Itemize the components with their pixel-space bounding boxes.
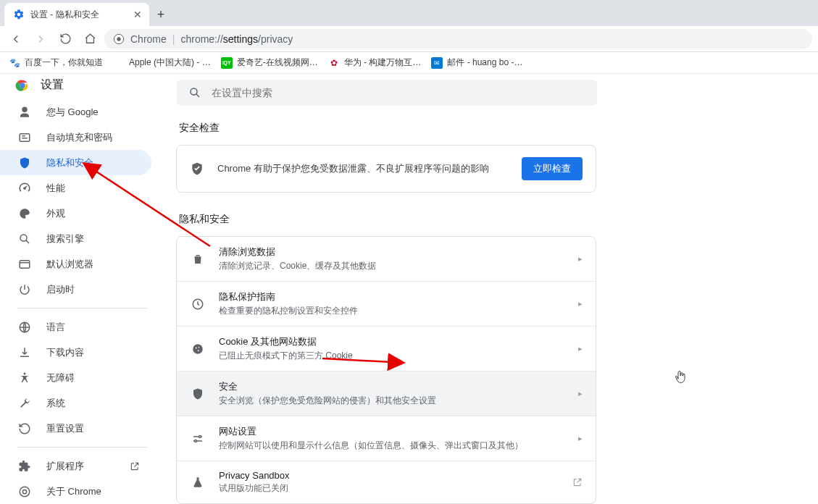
address-bar[interactable]: Chrome | chrome://settings/privacy bbox=[104, 29, 812, 49]
sidebar-item-search[interactable]: 搜索引擎 bbox=[0, 226, 151, 251]
section-title-safety: 安全检查 bbox=[179, 122, 596, 135]
browser-tab[interactable]: 设置 - 隐私和安全 ✕ bbox=[4, 3, 149, 26]
svg-point-17 bbox=[199, 347, 200, 348]
reload-button[interactable] bbox=[55, 29, 75, 49]
chrome-small-icon bbox=[17, 484, 32, 499]
apple-icon bbox=[113, 57, 125, 69]
sliders-icon bbox=[190, 431, 206, 447]
svg-point-1 bbox=[117, 37, 120, 41]
svg-point-18 bbox=[198, 350, 199, 351]
chevron-right-icon: ▸ bbox=[578, 344, 583, 353]
bookmark-item[interactable]: Apple (中国大陆) - … bbox=[113, 56, 211, 69]
settings-search[interactable] bbox=[177, 80, 597, 106]
download-icon bbox=[17, 345, 32, 360]
globe-icon bbox=[17, 320, 32, 335]
wrench-icon bbox=[17, 396, 32, 411]
tab-strip: 设置 - 隐私和安全 ✕ + bbox=[0, 0, 818, 26]
sidebar-item-system[interactable]: 系统 bbox=[0, 390, 151, 416]
external-link-icon bbox=[572, 477, 583, 487]
tab-title: 设置 - 隐私和安全 bbox=[30, 9, 99, 21]
svg-point-10 bbox=[24, 372, 26, 374]
bookmark-item[interactable]: ✉ 邮件 - huang bo -… bbox=[431, 56, 522, 69]
forward-button[interactable] bbox=[30, 29, 51, 49]
svg-point-20 bbox=[195, 440, 197, 442]
sidebar-item-label: 扩展程序 bbox=[46, 460, 84, 473]
svg-point-7 bbox=[20, 235, 27, 241]
close-icon[interactable]: ✕ bbox=[133, 9, 142, 20]
sidebar-item-autofill[interactable]: 自动填充和密码 bbox=[0, 125, 151, 150]
svg-point-13 bbox=[191, 88, 197, 95]
autofill-icon bbox=[17, 130, 32, 145]
baidu-icon: 🐾 bbox=[9, 57, 20, 69]
search-input[interactable] bbox=[212, 87, 585, 98]
check-now-button[interactable]: 立即检查 bbox=[522, 157, 583, 180]
row-privacy-guide[interactable]: 隐私保护指南 检查重要的隐私控制设置和安全控件 ▸ bbox=[177, 281, 596, 326]
settings-sidebar: 设置 您与 Google 自动填充和密码 隐私和安全 性能 外观 bbox=[0, 74, 176, 504]
sidebar-item-language[interactable]: 语言 bbox=[0, 314, 151, 340]
sidebar-item-performance[interactable]: 性能 bbox=[0, 175, 151, 201]
search-icon bbox=[188, 86, 201, 99]
compass-icon bbox=[190, 296, 206, 312]
row-sub: 已阻止无痕模式下的第三方 Cookie bbox=[219, 350, 565, 362]
svg-point-15 bbox=[193, 344, 203, 354]
sidebar-item-label: 您与 Google bbox=[46, 106, 99, 119]
huawei-icon: ✿ bbox=[328, 57, 340, 69]
chevron-right-icon: ▸ bbox=[578, 389, 583, 398]
row-clear-data[interactable]: 清除浏览数据 清除浏览记录、Cookie、缓存及其他数据 ▸ bbox=[177, 237, 596, 281]
shield-check-icon bbox=[190, 161, 204, 176]
bookmark-item[interactable]: iQY 爱奇艺-在线视频网… bbox=[221, 56, 318, 69]
sidebar-item-label: 性能 bbox=[46, 182, 65, 195]
new-tab-button[interactable]: + bbox=[151, 4, 171, 25]
sidebar-item-label: 外观 bbox=[46, 207, 65, 220]
row-cookies[interactable]: Cookie 及其他网站数据 已阻止无痕模式下的第三方 Cookie ▸ bbox=[177, 326, 596, 371]
sidebar-item-label: 无障碍 bbox=[46, 371, 75, 385]
row-privacy-sandbox[interactable]: Privacy Sandbox 试用版功能已关闭 bbox=[177, 461, 596, 503]
bookmark-item[interactable]: ✿ 华为 - 构建万物互… bbox=[328, 56, 422, 69]
row-sub: 安全浏览（保护您免受危险网站的侵害）和其他安全设置 bbox=[219, 395, 565, 407]
row-site-settings[interactable]: 网站设置 控制网站可以使用和显示什么信息（如位置信息、摄像头、弹出式窗口及其他）… bbox=[177, 416, 596, 461]
external-link-icon bbox=[130, 461, 140, 471]
sidebar-item-accessibility[interactable]: 无障碍 bbox=[0, 365, 151, 390]
row-sub: 清除浏览记录、Cookie、缓存及其他数据 bbox=[219, 260, 565, 272]
sidebar-item-label: 语言 bbox=[46, 321, 65, 334]
sidebar-item-startup[interactable]: 启动时 bbox=[0, 277, 151, 302]
sidebar-item-appearance[interactable]: 外观 bbox=[0, 201, 151, 226]
sidebar-item-downloads[interactable]: 下载内容 bbox=[0, 340, 151, 365]
accessibility-icon bbox=[17, 371, 32, 385]
sidebar-item-default-browser[interactable]: 默认浏览器 bbox=[0, 251, 151, 277]
back-button[interactable] bbox=[6, 29, 26, 49]
divider bbox=[17, 447, 148, 448]
home-button[interactable] bbox=[80, 29, 100, 49]
svg-point-19 bbox=[199, 435, 201, 437]
sidebar-item-about[interactable]: 关于 Chrome bbox=[0, 479, 151, 504]
url-path: chrome://settings/privacy bbox=[180, 33, 293, 45]
row-sub: 试用版功能已关闭 bbox=[219, 482, 559, 495]
chrome-logo-icon bbox=[14, 77, 30, 93]
chevron-right-icon: ▸ bbox=[578, 434, 583, 443]
sidebar-item-label: 系统 bbox=[46, 397, 65, 410]
row-title: 清除浏览数据 bbox=[219, 245, 565, 259]
row-title: Cookie 及其他网站数据 bbox=[219, 335, 565, 348]
flask-icon bbox=[190, 474, 206, 490]
sidebar-item-reset[interactable]: 重置设置 bbox=[0, 416, 151, 441]
row-title: 安全 bbox=[219, 380, 565, 393]
chevron-right-icon: ▸ bbox=[578, 254, 583, 264]
row-title: 隐私保护指南 bbox=[219, 290, 565, 303]
power-icon bbox=[17, 282, 32, 297]
safety-check-card: Chrome 有助于保护您免受数据泄露、不良扩展程序等问题的影响 立即检查 bbox=[176, 145, 596, 193]
sidebar-item-you-and-google[interactable]: 您与 Google bbox=[0, 99, 151, 125]
bookmark-item[interactable]: 🐾 百度一下，你就知道 bbox=[9, 56, 103, 69]
reset-icon bbox=[17, 421, 32, 436]
sidebar-item-label: 启动时 bbox=[46, 283, 75, 296]
cookie-icon bbox=[190, 341, 206, 357]
sidebar-item-label: 隐私和安全 bbox=[46, 156, 93, 169]
sidebar-item-label: 重置设置 bbox=[46, 422, 84, 435]
shield-icon bbox=[17, 156, 32, 170]
sidebar-item-privacy[interactable]: 隐私和安全 bbox=[0, 150, 151, 175]
sidebar-item-label: 下载内容 bbox=[46, 346, 84, 359]
row-security[interactable]: 安全 安全浏览（保护您免受危险网站的侵害）和其他安全设置 ▸ bbox=[177, 371, 596, 416]
svg-point-6 bbox=[24, 187, 25, 188]
sidebar-item-extensions[interactable]: 扩展程序 bbox=[0, 453, 151, 479]
pointer-cursor-icon bbox=[674, 369, 687, 385]
sidebar-item-label: 默认浏览器 bbox=[46, 258, 93, 271]
